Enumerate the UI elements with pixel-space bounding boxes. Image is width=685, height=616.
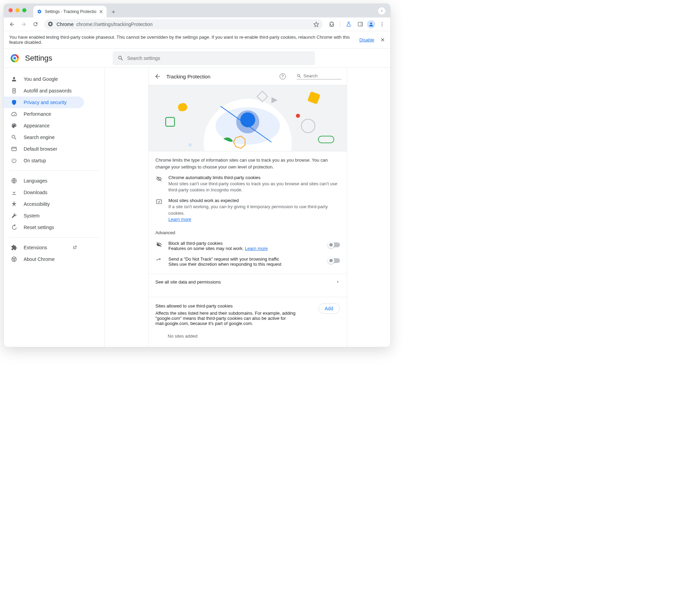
- toggle-sub: Features on some sites may not work. Lea…: [169, 246, 322, 251]
- gear-icon: [37, 9, 42, 14]
- add-site-button[interactable]: Add: [318, 303, 340, 314]
- see-all-site-data-row[interactable]: See all site data and permissions: [149, 274, 347, 290]
- address-bar[interactable]: Chrome chrome://settings/trackingProtect…: [44, 19, 323, 29]
- settings-title: Settings: [25, 54, 52, 63]
- chevron-right-icon: [336, 280, 340, 284]
- browser-menu-button[interactable]: [377, 20, 387, 29]
- svg-rect-3: [360, 22, 363, 26]
- row-sub: Most sites can't use third-party cookies…: [169, 181, 340, 193]
- sidebar-item-label: You and Google: [24, 76, 58, 82]
- new-tab-button[interactable]: ＋: [109, 7, 118, 16]
- checkbox-icon: [156, 198, 162, 223]
- forward-button[interactable]: [19, 20, 28, 29]
- settings-header: Settings: [4, 49, 390, 68]
- allowed-sites-section: Sites allowed to use third-party cookies…: [149, 297, 347, 346]
- palette-icon: [11, 123, 17, 129]
- tab-search-button[interactable]: [378, 7, 386, 15]
- svg-point-23: [296, 114, 300, 118]
- download-icon: [11, 189, 17, 196]
- row-title: Most sites should work as expected: [169, 198, 340, 203]
- sidebar-item-accessibility[interactable]: Accessibility: [4, 198, 84, 210]
- sidebar-item-performance[interactable]: Performance: [4, 108, 84, 120]
- search-settings-input[interactable]: [127, 55, 310, 61]
- panel-back-button[interactable]: [154, 73, 161, 80]
- svg-point-20: [188, 143, 192, 147]
- sidebar-item-label: Accessibility: [24, 201, 50, 207]
- search-icon: [297, 74, 302, 78]
- sidebar-item-label: Performance: [24, 111, 51, 117]
- sidebar-item-label: Default browser: [24, 146, 57, 152]
- accessibility-icon: [11, 201, 17, 207]
- toggle-switch[interactable]: [328, 258, 340, 263]
- toggle-dnt: Send a "Do Not Track" request with your …: [149, 251, 347, 267]
- infobar-text: You have enabled testing third-party coo…: [9, 35, 355, 45]
- toggle-switch[interactable]: [328, 242, 340, 247]
- panel-header: Tracking Protection ?: [149, 68, 347, 85]
- svg-rect-7: [12, 147, 16, 151]
- svg-point-6: [382, 25, 382, 26]
- info-bar: You have enabled testing third-party coo…: [4, 31, 390, 49]
- intro-text: Chrome limits the type of information si…: [149, 151, 347, 170]
- sidebar-item-label: Reset settings: [24, 225, 54, 230]
- profile-button[interactable]: [367, 20, 375, 28]
- row-sub: If a site isn't working, you can try giv…: [169, 204, 340, 223]
- sidebar-item-you-and-google[interactable]: You and Google: [4, 73, 84, 85]
- search-icon: [118, 55, 124, 61]
- reload-button[interactable]: [30, 20, 40, 29]
- search-settings-box[interactable]: [113, 51, 315, 65]
- side-panel-button[interactable]: [355, 20, 365, 29]
- eye-off-icon: [156, 175, 162, 193]
- panel: Tracking Protection ?: [148, 68, 347, 347]
- sidebar-item-label: Autofill and passwords: [24, 88, 72, 93]
- labs-button[interactable]: [344, 20, 353, 29]
- sidebar-item-appearance[interactable]: Appearance: [4, 120, 84, 131]
- bookmark-button[interactable]: [313, 21, 319, 27]
- svg-point-4: [382, 22, 382, 23]
- toggle-title: Send a "Do Not Track" request with your …: [169, 256, 322, 262]
- window-controls: [9, 8, 26, 12]
- infobar-close-button[interactable]: ✕: [380, 37, 385, 43]
- learn-more-link[interactable]: Learn more: [169, 217, 191, 222]
- sidebar-item-languages[interactable]: Languages: [4, 175, 84, 187]
- sidebar-item-on-startup[interactable]: On startup: [4, 155, 84, 166]
- learn-more-link[interactable]: Learn more: [245, 246, 268, 251]
- panel-search-input[interactable]: [304, 73, 341, 78]
- browser-tab[interactable]: Settings - Tracking Protectio ✕: [33, 6, 107, 17]
- tab-close-button[interactable]: ✕: [99, 9, 103, 14]
- sidebar-item-about[interactable]: About Chrome: [4, 253, 84, 265]
- allow-sub: Affects the sites listed here and their …: [156, 311, 313, 326]
- sidebar-item-reset[interactable]: Reset settings: [4, 222, 84, 233]
- window-minimize-button[interactable]: [15, 8, 20, 12]
- eye-off-icon: [156, 241, 162, 248]
- advanced-heading: Advanced: [149, 223, 347, 235]
- sidebar-item-default-browser[interactable]: Default browser: [4, 143, 84, 155]
- sidebar-item-label: Privacy and security: [24, 100, 66, 105]
- extensions-button[interactable]: [327, 20, 337, 29]
- power-icon: [11, 158, 17, 164]
- chrome-origin-icon: [48, 21, 54, 27]
- sidebar-item-autofill[interactable]: Autofill and passwords: [4, 85, 84, 97]
- wrench-icon: [11, 213, 17, 219]
- settings-body: You and Google Autofill and passwords Pr…: [4, 68, 390, 347]
- svg-rect-28: [156, 200, 161, 204]
- sidebar-item-system[interactable]: System: [4, 210, 84, 222]
- panel-search[interactable]: [297, 73, 341, 79]
- row-title: Chrome automatically limits third-party …: [169, 175, 340, 180]
- sidebar-item-downloads[interactable]: Downloads: [4, 187, 84, 198]
- sidebar-item-label: On startup: [24, 158, 46, 163]
- sidebar-item-search-engine[interactable]: Search engine: [4, 131, 84, 143]
- window-icon: [11, 146, 17, 152]
- help-button[interactable]: ?: [280, 73, 286, 79]
- url-path: chrome://settings/trackingProtection: [76, 22, 153, 27]
- browser-window: Settings - Tracking Protectio ✕ ＋ Chrome…: [3, 3, 391, 347]
- sidebar-item-privacy[interactable]: Privacy and security: [4, 97, 84, 108]
- sidebar-item-extensions[interactable]: Extensions: [4, 242, 84, 253]
- tab-title: Settings - Tracking Protectio: [45, 9, 96, 14]
- window-close-button[interactable]: [9, 8, 13, 12]
- back-button[interactable]: [7, 20, 17, 29]
- speedometer-icon: [11, 111, 17, 117]
- window-maximize-button[interactable]: [22, 8, 26, 12]
- infobar-disable-link[interactable]: Disable: [359, 37, 374, 42]
- allow-title: Sites allowed to use third-party cookies: [156, 303, 313, 309]
- sidebar: You and Google Autofill and passwords Pr…: [4, 68, 105, 347]
